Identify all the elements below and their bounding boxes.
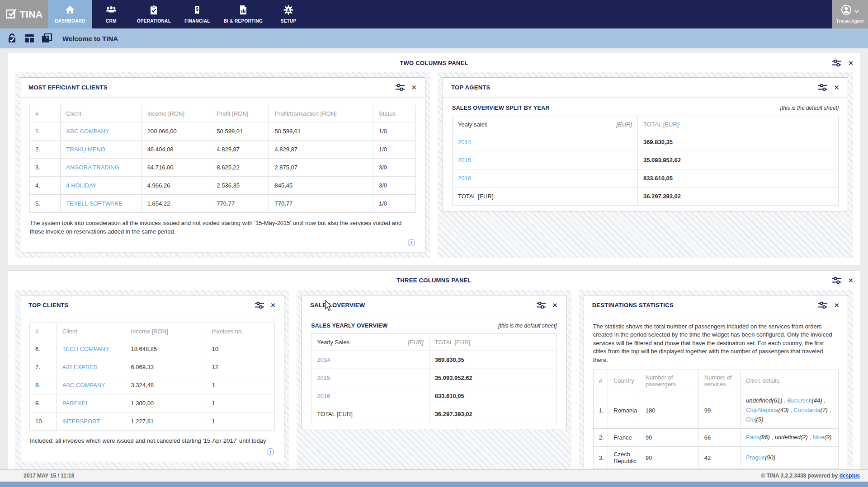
passengers-cell: 90 <box>640 447 698 469</box>
client-link[interactable]: ABC COMPANY <box>62 382 105 389</box>
client-link[interactable]: AIR EXPRES <box>62 364 98 370</box>
nav-tab-crm[interactable]: CRM <box>92 0 130 28</box>
city-link[interactable]: Cluj <box>746 416 756 423</box>
info-icon[interactable]: i <box>267 448 274 455</box>
client-link[interactable]: ABC COMPANY <box>66 128 109 135</box>
total-cell: 369.830,35 <box>637 133 838 151</box>
income-cell: 1.300,00 <box>125 394 206 412</box>
top-clients-table: # Client Income [RON] Invoices no. 6. TE… <box>29 323 275 431</box>
services-cell: 42 <box>698 447 740 469</box>
panel-settings-icon[interactable] <box>832 276 841 284</box>
nav-tab-dashboard[interactable]: DASHBOARD <box>48 0 92 28</box>
widget-settings-icon[interactable] <box>818 301 827 309</box>
income-cell: 18.648,85 <box>125 340 206 358</box>
table-total-row: TOTAL [EUR] 36.297.393,02 <box>311 405 557 423</box>
year-link[interactable]: 2016 <box>458 175 471 182</box>
income-cell: 3.324,48 <box>125 376 206 394</box>
col-header: Number of services. <box>698 370 740 392</box>
col-header: TOTAL [EUR] <box>637 116 838 133</box>
widget-close-icon[interactable]: ✕ <box>834 302 840 309</box>
col-header: Client <box>57 323 125 340</box>
income-cell: 200.066,00 <box>142 122 211 140</box>
year-link[interactable]: 2014 <box>317 356 330 363</box>
widget-wrapper: SALES OVERVIEW ✕ SALES YEARLY OVERVIEW [… <box>297 290 571 480</box>
default-sheet-note: [this is the default sheet] <box>780 105 839 111</box>
table-header-row: # Country Number of passengers. Number o… <box>593 370 838 392</box>
col-header: # <box>30 323 57 340</box>
widget-close-icon[interactable]: ✕ <box>411 84 417 91</box>
panel-close-icon[interactable]: ✕ <box>848 277 854 284</box>
chevron-down-icon <box>854 7 859 15</box>
nav-tab-financial[interactable]: $ FINANCIAL <box>178 0 217 28</box>
table-row: 1. ABC COMPANY 200.066,00 50.599,01 50.5… <box>30 122 416 140</box>
table-row: 2015 35.093.952,62 <box>453 151 839 169</box>
info-icon[interactable]: i <box>408 239 415 246</box>
client-link[interactable]: INTERSPORT <box>62 418 100 425</box>
avatar-icon <box>841 5 852 17</box>
col-header: Country <box>608 370 640 392</box>
status-cell: 3/0 <box>373 159 416 177</box>
city-link[interactable]: Bucuresti <box>787 397 811 404</box>
city-count: (43) <box>778 407 789 413</box>
city-link[interactable]: Paris <box>746 434 760 440</box>
svg-text:$: $ <box>196 7 199 12</box>
income-cell: 4.966,26 <box>142 177 211 195</box>
widget-close-icon[interactable]: ✕ <box>834 84 840 91</box>
col-header: Client <box>61 105 142 122</box>
user-menu[interactable]: Travel Agent <box>832 0 868 28</box>
widget-settings-icon[interactable] <box>537 301 546 309</box>
city-undefined: undefined <box>746 397 772 404</box>
city-link[interactable]: Prague <box>746 454 765 461</box>
table-row: 2016 833.610,05 <box>311 387 557 405</box>
row-index: 4. <box>30 177 61 195</box>
nav-tab-operational[interactable]: OPERATIONAL <box>130 0 178 28</box>
table-row: 9. PAREXEL 1.300,00 1 <box>30 394 275 412</box>
services-cell: 99 <box>698 392 740 428</box>
client-link[interactable]: TEXELL SOFTWARE <box>66 200 123 207</box>
profit-tx-cell: 50.599,01 <box>269 122 373 140</box>
widget-settings-icon[interactable] <box>396 84 405 91</box>
client-link[interactable]: PAREXEL <box>62 400 89 407</box>
col-unit: [EUR] <box>408 339 424 346</box>
row-index: 8. <box>30 376 57 394</box>
table-row: 3. ANGORA TRADING 64.716,00 8.625,22 2.8… <box>30 159 416 177</box>
year-link[interactable]: 2015 <box>317 375 330 381</box>
city-count: (44) <box>811 397 822 404</box>
profit-cell: 770,77 <box>211 195 269 213</box>
client-link[interactable]: ANGORA TRADING <box>66 164 119 171</box>
layout-columns-icon[interactable] <box>24 33 35 44</box>
vendor-link[interactable]: dcsplus <box>840 473 860 479</box>
page-title: Welcome to TINA <box>62 35 118 42</box>
col-header: Income [RON] <box>142 105 211 122</box>
city-link[interactable]: Constanta <box>794 407 821 413</box>
profit-cell: 2.536,35 <box>211 177 269 195</box>
nav-tab-bi-reporting[interactable]: BI & REPORTING <box>217 0 269 28</box>
lock-check-icon[interactable] <box>6 33 18 44</box>
widget-settings-icon[interactable] <box>818 84 827 91</box>
panel-close-icon[interactable]: ✕ <box>848 60 854 66</box>
city-count: (5) <box>756 416 763 423</box>
year-link[interactable]: 2016 <box>317 393 330 399</box>
nav-tab-label: FINANCIAL <box>184 19 210 23</box>
widget-settings-icon[interactable] <box>255 301 264 309</box>
city-link[interactable]: Nice <box>813 434 825 440</box>
table-row: 2. France 90 66 Paris(86) , undefined(2)… <box>593 429 838 447</box>
client-link[interactable]: TRAKŲ MENO <box>66 146 105 153</box>
brand-logo[interactable]: TINA <box>0 0 48 28</box>
widget-close-icon[interactable]: ✕ <box>552 302 558 309</box>
nav-tab-setup[interactable]: SETUP <box>269 0 307 28</box>
widget-close-icon[interactable]: ✕ <box>270 302 276 309</box>
table-total-row: TOTAL [EUR] 36.297.393,02 <box>453 187 839 206</box>
table-row: 2. TRAKŲ MENO 46.404,08 4.829,87 4.829,8… <box>30 140 416 159</box>
city-count: (7) <box>821 407 828 413</box>
client-link[interactable]: 4 HOLIDAY <box>66 182 96 189</box>
year-link[interactable]: 2014 <box>458 139 471 145</box>
client-link[interactable]: TECH COMPANY <box>62 346 109 352</box>
table-row: 2016 833.610,05 <box>453 169 839 187</box>
save-sheet-icon[interactable] <box>41 33 52 44</box>
year-link[interactable]: 2015 <box>458 157 471 164</box>
widget-title: TOP AGENTS <box>451 84 818 91</box>
panel-settings-icon[interactable] <box>832 59 841 67</box>
table-row: 1. Romania 180 99 undefined(61) , Bucure… <box>593 392 838 428</box>
city-link[interactable]: Cluj-Napoca <box>746 407 778 413</box>
